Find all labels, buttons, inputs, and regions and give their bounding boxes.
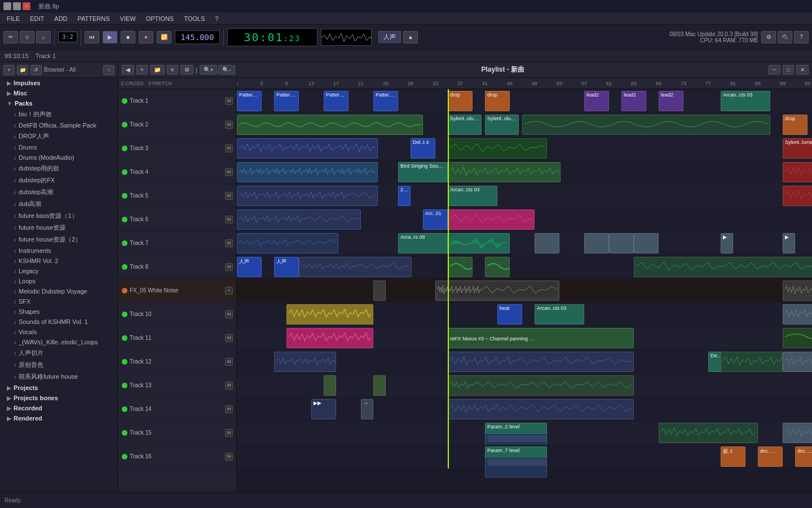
sidebar-arrow-btn[interactable]: ›	[103, 65, 114, 75]
menu-options[interactable]: OPTIONS	[142, 14, 179, 23]
sidebar-item-delifb[interactable]: ♪ DeliFB Officia..Sample Pack	[0, 120, 118, 130]
playlist-zoom-in[interactable]: 🔍+	[200, 65, 218, 75]
sidebar-item-future-house[interactable]: ♪ future house资源	[0, 222, 118, 234]
pattern-block-t7sm6[interactable]: ▶	[783, 233, 795, 253]
pattern-block-t6b[interactable]	[448, 209, 535, 230]
sidebar-item-sounds-kshmr[interactable]: ♪ Sounds of KSHMR Vol. 1	[0, 317, 118, 327]
pattern-block-t12d[interactable]	[783, 352, 812, 372]
sidebar-item-projects-bones[interactable]: ▶ Projects bones	[0, 393, 118, 403]
pattern-block-t3a[interactable]	[237, 138, 378, 159]
pattern-block-arcan[interactable]: Arcan..cts 03	[721, 91, 770, 111]
pattern-block-bird[interactable]: Bird Singing Sound Effect (1)	[398, 162, 448, 182]
track-led-8[interactable]	[122, 264, 127, 270]
sidebar-item-misc[interactable]: ▶ Misc	[0, 88, 118, 98]
sidebar-item-legacy[interactable]: ♪ Legacy	[0, 266, 118, 276]
pattern-block-t5c[interactable]	[783, 186, 812, 206]
track-mute-14[interactable]: M	[225, 405, 233, 413]
menu-view[interactable]: VIEW	[116, 14, 140, 23]
pattern-block-t16a[interactable]: 超..t	[721, 446, 745, 467]
channel-up[interactable]: ▲	[403, 31, 418, 43]
pattern-selector[interactable]: 3:2	[58, 32, 77, 42]
pattern-block-t10a[interactable]	[286, 304, 373, 325]
sidebar-item-kshmr[interactable]: ♪ KSHMR Vol. 2	[0, 256, 118, 266]
track-mute-11[interactable]: M	[225, 334, 233, 342]
pattern-block-t11b[interactable]	[783, 328, 812, 348]
sidebar-item-dubstep-fx[interactable]: ♪ dubstep的FX	[0, 174, 118, 186]
pattern-block-t8wf[interactable]	[634, 257, 812, 277]
sidebar-refresh-btn[interactable]: ↺	[30, 65, 42, 75]
sidebar-item-projects[interactable]: ▶ Projects	[0, 383, 118, 393]
track-row-fx[interactable]	[237, 279, 812, 303]
pattern-block-syl2a[interactable]: Sylent..olume	[448, 115, 482, 135]
track-mute-1[interactable]: M	[225, 97, 233, 105]
playlist-zoom-out[interactable]: 🔍-	[218, 65, 235, 75]
settings-button[interactable]: ⚙	[761, 31, 776, 43]
track-row-12[interactable]: De.. De..3	[237, 350, 812, 374]
pattern-block-arc01[interactable]: Arc..01	[423, 209, 448, 230]
track-row-4[interactable]: Bird Singing Sound Effect (1)	[237, 160, 812, 184]
playlist-maximize-btn[interactable]: □	[783, 65, 794, 75]
track-row-6[interactable]: Arc..01	[237, 208, 812, 231]
pattern-block-t12a[interactable]	[274, 352, 336, 372]
track-mute-6[interactable]: M	[225, 216, 233, 224]
sidebar-item-loops[interactable]: ♪ Loops	[0, 276, 118, 286]
pattern-block-dro-eff[interactable]: dro..的效果	[758, 446, 783, 467]
pattern-block-long[interactable]	[522, 115, 770, 135]
sidebar-item-shapes[interactable]: ♪ Shapes	[0, 306, 118, 317]
track-row-8[interactable]: 人声 人声	[237, 255, 812, 279]
track-led-11[interactable]	[122, 335, 127, 341]
sidebar-item-packs[interactable]: ▼ Packs	[0, 98, 118, 108]
menu-help[interactable]: ?	[210, 14, 223, 23]
pattern-block-beat10[interactable]: beat	[497, 304, 522, 325]
playlist-add-btn[interactable]: +	[136, 65, 148, 75]
pattern-block-fx2[interactable]	[435, 281, 559, 301]
pattern-block[interactable]: Pattern 1	[324, 91, 348, 111]
tempo-display[interactable]: 145.000	[175, 30, 220, 44]
track-row-3[interactable]: Del..t 4 Sylent..lume Sylent..lume Sylen…	[237, 137, 812, 160]
sidebar-item-wavs[interactable]: ♪ _(WAVs)_Kille..elodic_Loops	[0, 337, 118, 347]
playlist-minimize-btn[interactable]: ─	[769, 65, 780, 75]
sidebar-item-vocals[interactable]: ♪ Vocals	[0, 327, 118, 337]
sidebar-item-sfx[interactable]: ♪ SFX	[0, 296, 118, 306]
sidebar-item-recorded[interactable]: ▶ Recorded	[0, 403, 118, 413]
pattern-block-t12c[interactable]	[721, 352, 783, 372]
playlist-settings-btn[interactable]: ⚙	[180, 65, 193, 75]
pattern-block-refx[interactable]: reFX Nexus #3 – Channel panning	[448, 328, 634, 348]
pattern-block-del[interactable]: Del..t 4	[411, 138, 435, 159]
track-mute-2[interactable]: M	[225, 121, 233, 129]
pattern-block-t10b[interactable]	[783, 304, 812, 325]
pattern-block-t14a[interactable]: ▶▶	[311, 399, 336, 419]
pattern-block-t3b[interactable]	[448, 138, 547, 159]
pattern-block-arcrs08[interactable]: Arca..rs 08	[398, 233, 448, 253]
pattern-block-t7sm3[interactable]	[609, 233, 634, 253]
track-led-15[interactable]	[122, 430, 127, 436]
sidebar-item-biu[interactable]: ♪ biu！的声效	[0, 108, 118, 120]
window-controls[interactable]: ─ □ ✕	[3, 2, 30, 10]
playlist-list-btn[interactable]: ≡	[167, 65, 178, 75]
sidebar-item-drums-mode[interactable]: ♪ Drums (ModeAudio)	[0, 152, 118, 163]
track-row-11[interactable]: reFX Nexus #3 – Channel panning	[237, 326, 812, 350]
track-mute-13[interactable]: M	[225, 382, 233, 389]
track-mute-10[interactable]: M	[225, 310, 233, 318]
timeline-area[interactable]: 1 5 9 13 17 21 25 29 33 37 41 45 49 53	[237, 78, 812, 492]
sidebar-item-instruments[interactable]: ♪ Instruments	[0, 246, 118, 256]
track-led-5[interactable]	[122, 193, 127, 199]
pattern-block-t4b[interactable]	[448, 162, 561, 182]
pattern-block-t4c[interactable]	[783, 162, 812, 182]
track-row-13[interactable]: Param..2 level ▶	[237, 374, 812, 397]
pattern-block[interactable]: Pattern 1	[373, 91, 398, 111]
track-led-6[interactable]	[122, 217, 127, 222]
pattern-block-drop3[interactable]: drop	[783, 115, 807, 135]
help-button[interactable]: ?	[794, 31, 809, 43]
track-row-7[interactable]: Arca..rs 08 ▶ ▶ ▶ ▶	[237, 231, 812, 255]
sidebar-item-drums[interactable]: ♪ Drums	[0, 142, 118, 152]
pattern-block-t4a[interactable]	[237, 162, 378, 182]
pattern-block-syl2b[interactable]: Sylent..olume	[485, 115, 519, 135]
pattern-block-t7sm4[interactable]	[634, 233, 659, 253]
minimize-button[interactable]: ─	[3, 2, 11, 10]
maximize-button[interactable]: □	[13, 2, 21, 10]
track-mute-15[interactable]: M	[225, 429, 233, 437]
tool-draw[interactable]: ✏	[3, 31, 18, 43]
track-led-13[interactable]	[122, 383, 127, 388]
sidebar-add-btn[interactable]: +	[3, 65, 15, 75]
